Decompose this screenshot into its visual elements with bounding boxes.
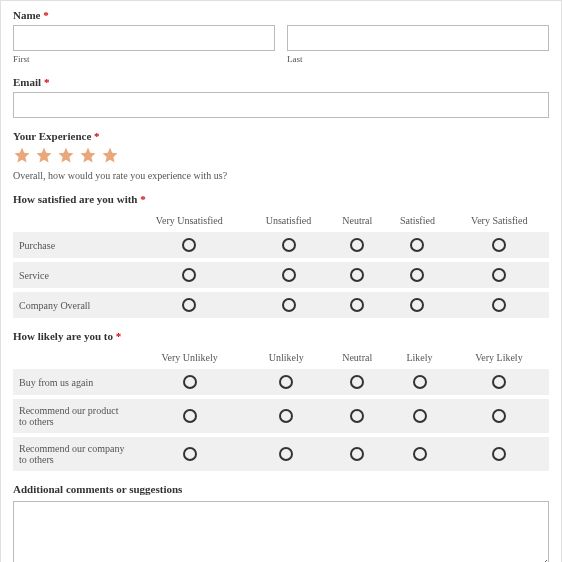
- radio-cell: [450, 290, 549, 318]
- radio-option[interactable]: [410, 268, 424, 282]
- radio-cell: [131, 397, 248, 435]
- radio-option[interactable]: [182, 238, 196, 252]
- required-asterisk: *: [140, 193, 146, 205]
- radio-option[interactable]: [492, 447, 506, 461]
- radio-cell: [248, 232, 330, 260]
- radio-option[interactable]: [182, 298, 196, 312]
- radio-option[interactable]: [492, 238, 506, 252]
- radio-option[interactable]: [492, 298, 506, 312]
- radio-option[interactable]: [279, 409, 293, 423]
- radio-cell: [248, 369, 324, 397]
- radio-option[interactable]: [282, 298, 296, 312]
- radio-cell: [390, 369, 449, 397]
- radio-cell: [449, 369, 549, 397]
- radio-option[interactable]: [410, 238, 424, 252]
- radio-option[interactable]: [492, 375, 506, 389]
- row-label: Service: [13, 260, 131, 290]
- radio-option[interactable]: [350, 409, 364, 423]
- likert-header: Likely: [390, 348, 449, 369]
- likert-header: Neutral: [329, 211, 385, 232]
- radio-option[interactable]: [183, 447, 197, 461]
- likert-header: [13, 348, 131, 369]
- comments-textarea[interactable]: [13, 501, 549, 562]
- first-name-sublabel: First: [13, 54, 275, 64]
- star-icon[interactable]: [35, 146, 53, 166]
- likert-header: [13, 211, 131, 232]
- table-row: Purchase: [13, 232, 549, 260]
- satisfaction-label: How satisfied are you with *: [13, 193, 549, 205]
- star-icon[interactable]: [13, 146, 31, 166]
- likelihood-label-text: How likely are you to: [13, 330, 113, 342]
- likert-header: Unlikely: [248, 348, 324, 369]
- radio-cell: [390, 397, 449, 435]
- radio-cell: [450, 232, 549, 260]
- email-input[interactable]: [13, 92, 549, 118]
- radio-cell: [248, 290, 330, 318]
- radio-option[interactable]: [183, 375, 197, 389]
- row-label: Recommend our product to others: [13, 397, 131, 435]
- radio-option[interactable]: [282, 238, 296, 252]
- name-field-group: Name * First Last: [13, 9, 549, 64]
- radio-option[interactable]: [350, 268, 364, 282]
- radio-option[interactable]: [279, 375, 293, 389]
- star-icon[interactable]: [57, 146, 75, 166]
- radio-option[interactable]: [413, 447, 427, 461]
- likert-header: Very Unlikely: [131, 348, 248, 369]
- radio-cell: [449, 435, 549, 471]
- radio-option[interactable]: [350, 298, 364, 312]
- radio-option[interactable]: [410, 298, 424, 312]
- likelihood-table: Very UnlikelyUnlikelyNeutralLikelyVery L…: [13, 348, 549, 471]
- table-row: Company Overall: [13, 290, 549, 318]
- radio-cell: [390, 435, 449, 471]
- email-label-text: Email: [13, 76, 41, 88]
- radio-option[interactable]: [183, 409, 197, 423]
- experience-help: Overall, how would you rate you experien…: [13, 170, 549, 181]
- radio-cell: [131, 232, 248, 260]
- experience-field-group: Your Experience * Overall, how would you…: [13, 130, 549, 181]
- likert-header: Unsatisfied: [248, 211, 330, 232]
- radio-cell: [329, 290, 385, 318]
- radio-option[interactable]: [350, 238, 364, 252]
- satisfaction-table: Very UnsatisfiedUnsatisfiedNeutralSatisf…: [13, 211, 549, 318]
- radio-cell: [385, 232, 449, 260]
- star-icon[interactable]: [79, 146, 97, 166]
- radio-option[interactable]: [492, 409, 506, 423]
- required-asterisk: *: [44, 76, 50, 88]
- radio-cell: [131, 435, 248, 471]
- radio-option[interactable]: [413, 409, 427, 423]
- radio-option[interactable]: [282, 268, 296, 282]
- satisfaction-header-row: Very UnsatisfiedUnsatisfiedNeutralSatisf…: [13, 211, 549, 232]
- row-label: Purchase: [13, 232, 131, 260]
- star-icon[interactable]: [101, 146, 119, 166]
- row-label: Recommend our company to others: [13, 435, 131, 471]
- table-row: Buy from us again: [13, 369, 549, 397]
- table-row: Recommend our product to others: [13, 397, 549, 435]
- radio-cell: [385, 260, 449, 290]
- radio-cell: [131, 290, 248, 318]
- radio-option[interactable]: [350, 375, 364, 389]
- last-name-input[interactable]: [287, 25, 549, 51]
- experience-label-text: Your Experience: [13, 130, 91, 142]
- likelihood-label: How likely are you to *: [13, 330, 549, 342]
- radio-cell: [248, 397, 324, 435]
- radio-option[interactable]: [350, 447, 364, 461]
- radio-cell: [449, 397, 549, 435]
- likert-header: Satisfied: [385, 211, 449, 232]
- radio-option[interactable]: [182, 268, 196, 282]
- star-rating: [13, 146, 549, 166]
- radio-cell: [385, 290, 449, 318]
- email-field-group: Email *: [13, 76, 549, 118]
- first-name-col: First: [13, 25, 275, 64]
- radio-cell: [131, 260, 248, 290]
- radio-option[interactable]: [413, 375, 427, 389]
- comments-group: Additional comments or suggestions: [13, 483, 549, 562]
- last-name-sublabel: Last: [287, 54, 549, 64]
- radio-option[interactable]: [492, 268, 506, 282]
- likelihood-group: How likely are you to * Very UnlikelyUnl…: [13, 330, 549, 471]
- experience-label: Your Experience *: [13, 130, 549, 142]
- likert-header: Very Satisfied: [450, 211, 549, 232]
- first-name-input[interactable]: [13, 25, 275, 51]
- satisfaction-label-text: How satisfied are you with: [13, 193, 137, 205]
- radio-option[interactable]: [279, 447, 293, 461]
- form-container: Name * First Last Email * Your Experienc…: [0, 0, 562, 562]
